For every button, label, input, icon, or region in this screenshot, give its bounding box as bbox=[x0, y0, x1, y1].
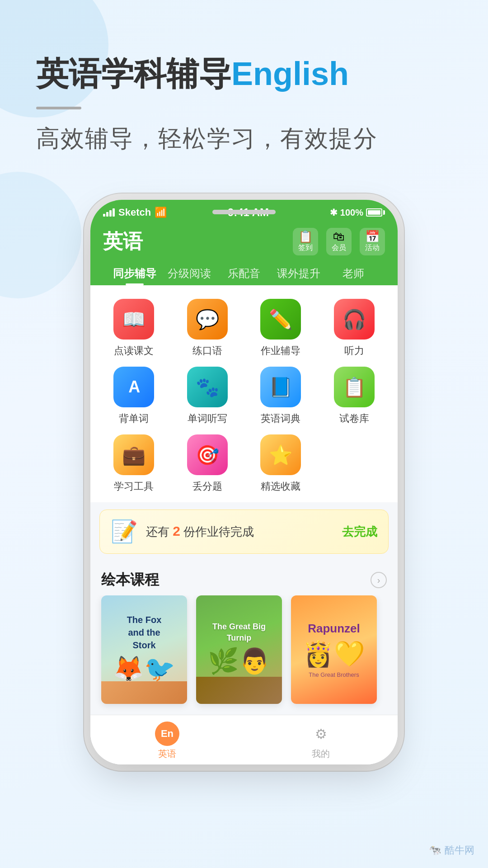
app-content: 📖 点读课文 💬 练口语 ✏️ 作业辅导 bbox=[90, 285, 398, 764]
read-text-icon: 📖 bbox=[113, 299, 154, 340]
memorize-words-icon: A bbox=[113, 367, 154, 407]
favorites-symbol: ⭐ bbox=[269, 444, 292, 466]
exam-library-symbol: 📋 bbox=[343, 376, 366, 398]
wifi-icon: 📶 bbox=[155, 207, 167, 218]
study-tools-label: 学习工具 bbox=[114, 480, 154, 493]
picture-books-more-button[interactable]: › bbox=[371, 572, 387, 588]
listening-label: 听力 bbox=[344, 344, 364, 358]
book-rapunzel[interactable]: Rapunzel 👸💛 The Great Brothers bbox=[291, 595, 377, 704]
bottom-nav-english[interactable]: En 英语 bbox=[90, 722, 244, 760]
homework-count: 2 bbox=[173, 524, 180, 538]
hero-title: 英语学科辅导English bbox=[36, 54, 452, 93]
member-label: 会员 bbox=[332, 243, 346, 253]
carrier-name: Sketch bbox=[118, 207, 151, 218]
book-turnip[interactable]: The Great Big Turnip 🌿👨 bbox=[196, 595, 282, 704]
word-dictation-label: 单词听写 bbox=[188, 412, 227, 425]
fox-art-emoji: 🦊🐦 bbox=[113, 654, 175, 684]
lost-points-label: 丢分题 bbox=[192, 480, 222, 493]
rapunzel-cover-art: Rapunzel 👸💛 The Great Brothers bbox=[291, 595, 377, 704]
study-tools-symbol: 💼 bbox=[122, 444, 145, 466]
homework-action-button[interactable]: 去完成 bbox=[342, 524, 377, 540]
icon-homework-help[interactable]: ✏️ 作业辅导 bbox=[246, 299, 315, 358]
activity-icon: 📅 bbox=[365, 231, 380, 242]
turnip-art-emoji: 🌿👨 bbox=[208, 646, 270, 676]
app-header-top: 英语 📋 签到 🛍 会员 📅 活动 bbox=[103, 228, 385, 261]
fox-book-title: The Foxand theStork bbox=[127, 613, 162, 651]
phone-mockup: Sketch 📶 9:41 AM ✱ 100% 英语 bbox=[90, 200, 398, 764]
exam-library-label: 试卷库 bbox=[339, 412, 369, 425]
turnip-cover-bottom bbox=[196, 677, 282, 704]
homework-text: 还有 2 份作业待完成 bbox=[146, 524, 254, 540]
dictionary-label: 英语词典 bbox=[261, 412, 300, 425]
nav-tabs: 同步辅导 分级阅读 乐配音 课外提升 老师 bbox=[103, 261, 385, 285]
book-cover-turnip: The Great Big Turnip 🌿👨 bbox=[196, 595, 282, 704]
app-header: 英语 📋 签到 🛍 会员 📅 活动 bbox=[90, 222, 398, 285]
book-carousel: The Foxand theStork 🦊🐦 The Great Big Tur… bbox=[90, 595, 398, 715]
icon-read-text[interactable]: 📖 点读课文 bbox=[99, 299, 169, 358]
icon-dictionary[interactable]: 📘 英语词典 bbox=[246, 367, 315, 425]
listening-icon: 🎧 bbox=[334, 299, 375, 340]
icon-study-tools[interactable]: 💼 学习工具 bbox=[99, 434, 169, 493]
dictionary-symbol: 📘 bbox=[269, 376, 292, 398]
icon-lost-points[interactable]: 🎯 丢分题 bbox=[173, 434, 242, 493]
word-dictation-symbol: 🐾 bbox=[196, 376, 219, 398]
mine-nav-symbol: ⚙ bbox=[315, 726, 327, 742]
tab-graded-reading[interactable]: 分级阅读 bbox=[162, 261, 217, 285]
lost-points-symbol: 🎯 bbox=[196, 444, 219, 466]
member-button[interactable]: 🛍 会员 bbox=[326, 228, 352, 255]
tab-extracurricular[interactable]: 课外提升 bbox=[271, 261, 326, 285]
hero-title-chinese: 英语学科辅导 bbox=[36, 56, 231, 92]
icon-favorites[interactable]: ⭐ 精选收藏 bbox=[246, 434, 315, 493]
tab-dubbing[interactable]: 乐配音 bbox=[217, 261, 272, 285]
exam-library-icon: 📋 bbox=[334, 367, 375, 407]
memorize-words-symbol: A bbox=[128, 377, 139, 396]
picture-books-title: 绘本课程 bbox=[101, 570, 159, 590]
mine-nav-icon: ⚙ bbox=[309, 722, 333, 746]
fox-cover-bottom bbox=[101, 681, 187, 704]
battery-fill bbox=[368, 210, 380, 215]
hero-subtitle: 高效辅导，轻松学习，有效提分 bbox=[36, 123, 452, 155]
battery-icon bbox=[366, 208, 385, 217]
tab-teacher[interactable]: 老师 bbox=[326, 261, 380, 285]
oral-practice-label: 练口语 bbox=[192, 344, 222, 358]
activity-button[interactable]: 📅 活动 bbox=[360, 228, 385, 255]
homework-icon: 📝 bbox=[111, 519, 138, 544]
signal-bar-1 bbox=[103, 214, 105, 217]
homework-info: 📝 还有 2 份作业待完成 bbox=[111, 519, 254, 544]
word-dictation-icon: 🐾 bbox=[187, 367, 228, 407]
icon-grid: 📖 点读课文 💬 练口语 ✏️ 作业辅导 bbox=[90, 285, 398, 502]
homework-banner[interactable]: 📝 还有 2 份作业待完成 去完成 bbox=[99, 509, 389, 554]
status-left: Sketch 📶 bbox=[103, 207, 167, 218]
icon-word-dictation[interactable]: 🐾 单词听写 bbox=[173, 367, 242, 425]
icon-exam-library[interactable]: 📋 试卷库 bbox=[320, 367, 389, 425]
status-right: ✱ 100% bbox=[330, 207, 385, 218]
checkin-button[interactable]: 📋 签到 bbox=[293, 228, 318, 255]
phone-wrapper: Sketch 📶 9:41 AM ✱ 100% 英语 bbox=[0, 200, 488, 801]
signal-bar-2 bbox=[106, 212, 108, 217]
memorize-words-label: 背单词 bbox=[119, 412, 149, 425]
picture-books-header: 绘本课程 › bbox=[90, 561, 398, 595]
signal-bar-3 bbox=[109, 210, 112, 217]
member-icon: 🛍 bbox=[333, 231, 345, 242]
lost-points-icon: 🎯 bbox=[187, 434, 228, 475]
tab-sync-tutoring[interactable]: 同步辅导 bbox=[108, 261, 162, 285]
bottom-nav-mine[interactable]: ⚙ 我的 bbox=[244, 722, 398, 760]
rapunzel-subtitle: The Great Brothers bbox=[309, 671, 359, 678]
book-fox-stork[interactable]: The Foxand theStork 🦊🐦 bbox=[101, 595, 187, 704]
rapunzel-book-title: Rapunzel bbox=[308, 621, 360, 637]
icon-memorize-words[interactable]: A 背单词 bbox=[99, 367, 169, 425]
watermark: 🐄 酷牛网 bbox=[429, 844, 474, 857]
signal-bars bbox=[103, 208, 115, 217]
rapunzel-art-emoji: 👸💛 bbox=[303, 639, 365, 669]
battery-body bbox=[366, 208, 382, 217]
english-nav-icon: En bbox=[155, 722, 179, 746]
checkin-label: 签到 bbox=[298, 243, 313, 253]
book-cover-rapunzel: Rapunzel 👸💛 The Great Brothers bbox=[291, 595, 377, 704]
homework-help-label: 作业辅导 bbox=[261, 344, 300, 358]
icon-oral-practice[interactable]: 💬 练口语 bbox=[173, 299, 242, 358]
checkin-icon: 📋 bbox=[298, 231, 313, 242]
icon-listening[interactable]: 🎧 听力 bbox=[320, 299, 389, 358]
homework-help-symbol: ✏️ bbox=[269, 308, 292, 330]
battery-percent: 100% bbox=[340, 208, 363, 218]
hero-title-english: English bbox=[231, 56, 349, 92]
